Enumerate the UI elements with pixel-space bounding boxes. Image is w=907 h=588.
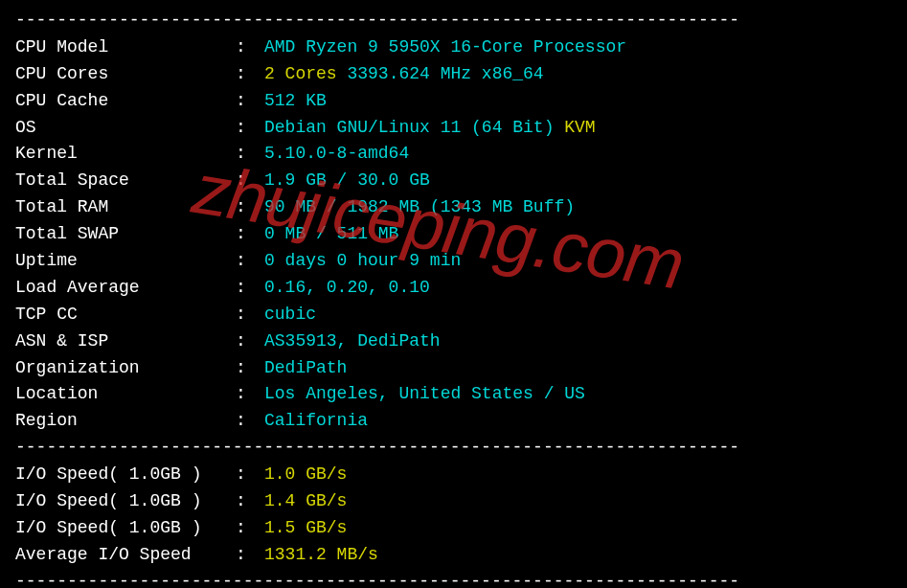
colon: : bbox=[236, 381, 264, 408]
colon: : bbox=[236, 408, 264, 435]
io-speed1-value: 1.0 GB/s bbox=[264, 462, 347, 488]
total-swap-value: 0 MB / 511 MB bbox=[264, 221, 398, 248]
load-average-value: 0.16, 0.20, 0.10 bbox=[264, 275, 430, 302]
load-average-label: Load Average bbox=[15, 275, 236, 302]
os-label: OS bbox=[15, 115, 236, 142]
kernel-label: Kernel bbox=[15, 141, 236, 168]
cpu-cores-label: CPU Cores bbox=[15, 61, 236, 88]
colon: : bbox=[236, 221, 264, 248]
colon: : bbox=[236, 462, 264, 488]
kernel-value: 5.10.0-8-amd64 bbox=[264, 141, 409, 168]
organization-value: DediPath bbox=[264, 355, 347, 382]
os-row: OS : Debian GNU/Linux 11 (64 Bit) KVM bbox=[15, 115, 892, 142]
organization-label: Organization bbox=[15, 355, 236, 382]
location-label: Location bbox=[15, 381, 236, 408]
colon: : bbox=[236, 328, 264, 355]
cpu-cache-row: CPU Cache : 512 KB bbox=[15, 88, 892, 115]
total-space-row: Total Space : 1.9 GB / 30.0 GB bbox=[15, 168, 892, 194]
colon: : bbox=[236, 542, 264, 569]
colon: : bbox=[236, 194, 264, 221]
bottom-divider: ----------------------------------------… bbox=[15, 569, 892, 588]
kernel-row: Kernel : 5.10.0-8-amd64 bbox=[15, 141, 892, 168]
top-divider: ----------------------------------------… bbox=[15, 8, 892, 34]
colon: : bbox=[236, 355, 264, 382]
os-name: Debian GNU/Linux 11 (64 Bit) bbox=[264, 118, 554, 137]
region-value: California bbox=[264, 408, 368, 435]
organization-row: Organization : DediPath bbox=[15, 355, 892, 382]
io-speed1-row: I/O Speed( 1.0GB ) : 1.0 GB/s bbox=[15, 462, 892, 488]
colon: : bbox=[236, 61, 264, 88]
cpu-model-value: AMD Ryzen 9 5950X 16-Core Processor bbox=[264, 34, 626, 61]
total-space-label: Total Space bbox=[15, 168, 236, 194]
uptime-row: Uptime : 0 days 0 hour 9 min bbox=[15, 248, 892, 275]
location-row: Location : Los Angeles, United States / … bbox=[15, 381, 892, 408]
total-ram-label: Total RAM bbox=[15, 194, 236, 221]
region-row: Region : California bbox=[15, 408, 892, 435]
io-speed2-label: I/O Speed( 1.0GB ) bbox=[15, 488, 236, 515]
load-average-row: Load Average : 0.16, 0.20, 0.10 bbox=[15, 275, 892, 302]
io-speed3-value: 1.5 GB/s bbox=[264, 515, 347, 542]
os-virt: KVM bbox=[564, 118, 595, 137]
total-ram-row: Total RAM : 90 MB / 1982 MB (1343 MB Buf… bbox=[15, 194, 892, 221]
io-average-label: Average I/O Speed bbox=[15, 542, 236, 569]
colon: : bbox=[236, 248, 264, 275]
io-average-value: 1331.2 MB/s bbox=[264, 542, 378, 569]
colon: : bbox=[236, 115, 264, 142]
cpu-cores-freq: 3393.624 MHz x86_64 bbox=[347, 64, 543, 83]
colon: : bbox=[236, 302, 264, 328]
colon: : bbox=[236, 34, 264, 61]
cpu-cores-count: 2 Cores bbox=[264, 64, 337, 83]
asn-isp-value: AS35913, DediPath bbox=[264, 328, 441, 355]
asn-isp-row: ASN & ISP : AS35913, DediPath bbox=[15, 328, 892, 355]
tcp-cc-row: TCP CC : cubic bbox=[15, 302, 892, 328]
colon: : bbox=[236, 488, 264, 515]
tcp-cc-value: cubic bbox=[264, 302, 316, 328]
cpu-cache-label: CPU Cache bbox=[15, 88, 236, 115]
cpu-model-label: CPU Model bbox=[15, 34, 236, 61]
io-speed3-label: I/O Speed( 1.0GB ) bbox=[15, 515, 236, 542]
colon: : bbox=[236, 515, 264, 542]
total-swap-row: Total SWAP : 0 MB / 511 MB bbox=[15, 221, 892, 248]
io-speed2-row: I/O Speed( 1.0GB ) : 1.4 GB/s bbox=[15, 488, 892, 515]
io-speed1-label: I/O Speed( 1.0GB ) bbox=[15, 462, 236, 488]
io-speed2-value: 1.4 GB/s bbox=[264, 488, 347, 515]
uptime-value: 0 days 0 hour 9 min bbox=[264, 248, 461, 275]
colon: : bbox=[236, 275, 264, 302]
total-space-value: 1.9 GB / 30.0 GB bbox=[264, 168, 430, 194]
io-speed3-row: I/O Speed( 1.0GB ) : 1.5 GB/s bbox=[15, 515, 892, 542]
location-value: Los Angeles, United States / US bbox=[264, 381, 585, 408]
cpu-model-row: CPU Model : AMD Ryzen 9 5950X 16-Core Pr… bbox=[15, 34, 892, 61]
mid-divider: ----------------------------------------… bbox=[15, 435, 892, 462]
colon: : bbox=[236, 88, 264, 115]
tcp-cc-label: TCP CC bbox=[15, 302, 236, 328]
io-average-row: Average I/O Speed : 1331.2 MB/s bbox=[15, 542, 892, 569]
asn-isp-label: ASN & ISP bbox=[15, 328, 236, 355]
colon: : bbox=[236, 141, 264, 168]
colon: : bbox=[236, 168, 264, 194]
region-label: Region bbox=[15, 408, 236, 435]
uptime-label: Uptime bbox=[15, 248, 236, 275]
total-ram-value: 90 MB / 1982 MB (1343 MB Buff) bbox=[264, 194, 575, 221]
cpu-cores-row: CPU Cores : 2 Cores 3393.624 MHz x86_64 bbox=[15, 61, 892, 88]
cpu-cache-value: 512 KB bbox=[264, 88, 327, 115]
total-swap-label: Total SWAP bbox=[15, 221, 236, 248]
